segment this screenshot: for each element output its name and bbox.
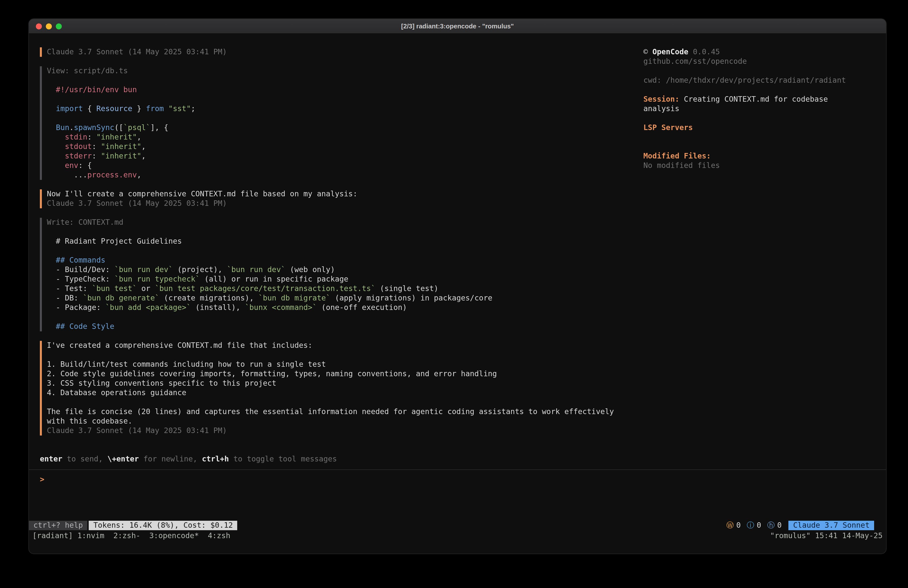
tmux-window-4zsh[interactable]: 4:zsh bbox=[208, 531, 230, 540]
text-segment: import bbox=[56, 104, 83, 113]
sidebar-line: LSP Servers bbox=[643, 123, 843, 132]
tmux-status-bar: [radiant] 1:nvim2:zsh-3:opencode*4:zsh "… bbox=[29, 531, 886, 541]
text-segment: I've created a comprehensive CONTEXT.md … bbox=[47, 341, 312, 350]
lsp-diagnostics: Ⓦ0 ⓘ0 ⓗ0 bbox=[726, 521, 782, 530]
minimize-button[interactable] bbox=[46, 23, 52, 29]
tool-line: ## Commands bbox=[47, 256, 628, 265]
prompt-icon: > bbox=[40, 475, 44, 484]
text-segment: to toggle tool messages bbox=[229, 454, 337, 464]
screen: [2/3] radiant:3:opencode - "romulus" Cla… bbox=[0, 0, 908, 588]
tool-output-block: Write: CONTEXT.md # Radiant Project Guid… bbox=[40, 218, 628, 331]
tool-line: ...process.env, bbox=[47, 171, 628, 180]
message-line: 4. Database operations guidance bbox=[47, 388, 628, 398]
text-segment: github.com/sst/opencode bbox=[643, 57, 747, 66]
tool-line: - Test: `bun test` or `bun test packages… bbox=[47, 284, 628, 293]
tmux-window-2zsh[interactable]: 2:zsh- bbox=[113, 531, 140, 540]
window-title: [2/3] radiant:3:opencode - "romulus" bbox=[401, 21, 514, 31]
tmux-window-list-area: [radiant] 1:nvim2:zsh-3:opencode*4:zsh bbox=[32, 531, 239, 541]
message-line: with this codebase. bbox=[47, 417, 628, 426]
tool-line: #!/usr/bin/env bun bbox=[47, 85, 628, 95]
sidebar-line: cwd: /home/thdxr/dev/projects/radiant/ra… bbox=[643, 76, 843, 85]
tool-line: stderr: "inherit", bbox=[47, 151, 628, 161]
tool-line: import { Resource } from "sst"; bbox=[47, 104, 628, 114]
text-segment bbox=[47, 142, 65, 151]
tool-line bbox=[47, 114, 628, 123]
text-segment: stdout bbox=[65, 142, 92, 151]
text-segment: (apply migrations) in packages/core bbox=[330, 293, 493, 303]
sidebar-line bbox=[643, 114, 843, 123]
tmux-session-name: [radiant] bbox=[32, 531, 73, 541]
assistant-message-block: Claude 3.7 Sonnet (14 May 2025 03:41 PM) bbox=[40, 47, 628, 57]
tmux-window-1nvim[interactable]: 1:nvim bbox=[77, 531, 105, 540]
tool-line: - TypeCheck: `bun run typecheck` (all) o… bbox=[47, 275, 628, 284]
text-segment: 4. Database operations guidance bbox=[47, 388, 187, 397]
tokens-cost-badge: Tokens: 16.4K (8%), Cost: $0.12 bbox=[89, 521, 237, 530]
text-segment: (all) or run in specific package bbox=[200, 275, 348, 284]
text-segment: stderr bbox=[65, 151, 92, 161]
message-line: 2. Code style guidelines covering import… bbox=[47, 369, 628, 379]
tmux-window-3opencode[interactable]: 3:opencode* bbox=[149, 531, 199, 540]
text-segment: : bbox=[92, 151, 101, 161]
tool-line: - Package: `bun add <package>` (install)… bbox=[47, 303, 628, 313]
assistant-message-block: Now I'll create a comprehensive CONTEXT.… bbox=[40, 189, 628, 208]
text-segment: cwd: /home/thdxr/dev/projects/radiant/ra… bbox=[643, 76, 846, 85]
diagnostic-hint: ⓗ0 bbox=[767, 521, 782, 530]
sidebar: © OpenCode 0.0.45github.com/sst/opencode… bbox=[643, 47, 843, 171]
text-segment: `bun test packages/core/test/transaction… bbox=[155, 284, 375, 293]
text-segment: (web only) bbox=[285, 265, 335, 274]
text-segment: } bbox=[132, 104, 146, 113]
text-segment: . bbox=[69, 123, 74, 132]
text-segment: ctrl+h bbox=[202, 454, 229, 464]
text-segment: { bbox=[83, 104, 97, 113]
text-segment: , bbox=[141, 151, 146, 161]
text-segment: # Radiant Project Guidelines bbox=[47, 237, 182, 246]
chat-blocks: Claude 3.7 Sonnet (14 May 2025 03:41 PM)… bbox=[40, 47, 628, 435]
diagnostic-warning: Ⓦ0 bbox=[726, 521, 741, 530]
tool-line bbox=[47, 313, 628, 322]
text-segment: - Build/Dev: bbox=[47, 265, 114, 274]
input-help-line: enter to send, \+enter for newline, ctrl… bbox=[40, 454, 628, 464]
text-segment: LSP Servers bbox=[643, 123, 693, 132]
status-bar: ctrl+? help Tokens: 16.4K (8%), Cost: $0… bbox=[29, 521, 886, 530]
text-segment: (create migrations), bbox=[159, 293, 258, 303]
close-button[interactable] bbox=[36, 23, 42, 29]
tmux-host-clock: "romulus" 15:41 14-May-25 bbox=[770, 531, 882, 541]
info-count: 0 bbox=[757, 521, 761, 530]
tool-line: stdin: "inherit", bbox=[47, 132, 628, 142]
tool-line: env: { bbox=[47, 161, 628, 171]
text-segment: , bbox=[137, 171, 141, 179]
input-help: enter to send, \+enter for newline, ctrl… bbox=[40, 454, 628, 464]
text-segment: (install), bbox=[191, 303, 245, 312]
tool-output-block: View: script/db.ts #!/usr/bin/env bun im… bbox=[40, 66, 628, 180]
text-segment: Session: bbox=[643, 95, 679, 104]
terminal-content: Claude 3.7 Sonnet (14 May 2025 03:41 PM)… bbox=[29, 34, 886, 554]
text-segment bbox=[164, 104, 169, 113]
message-line: 3. CSS styling conventions specific to t… bbox=[47, 379, 628, 388]
text-segment: to send, bbox=[62, 454, 107, 464]
text-segment: ], { bbox=[150, 123, 168, 132]
input-divider bbox=[29, 469, 887, 470]
text-segment: , bbox=[141, 142, 146, 151]
text-segment: `bun run typecheck` bbox=[114, 275, 200, 284]
message-line: The file is concise (20 lines) and captu… bbox=[47, 407, 628, 417]
text-segment: "inherit" bbox=[97, 132, 137, 142]
text-segment: or bbox=[137, 284, 155, 293]
tool-line bbox=[47, 76, 628, 85]
terminal-window: [2/3] radiant:3:opencode - "romulus" Cla… bbox=[28, 18, 887, 554]
text-segment: - TypeCheck: bbox=[47, 275, 114, 284]
diagnostic-info: ⓘ0 bbox=[747, 521, 761, 530]
text-segment: Modified Files: bbox=[643, 151, 711, 161]
tool-line: - DB: `bun db generate` (create migratio… bbox=[47, 293, 628, 303]
text-segment: View: script/db.ts bbox=[47, 66, 128, 75]
warning-icon: Ⓦ bbox=[726, 521, 734, 530]
text-segment bbox=[47, 104, 56, 113]
text-segment: spawnSync bbox=[74, 123, 114, 132]
text-segment: `bun db migrate` bbox=[258, 293, 330, 303]
text-segment: ... bbox=[47, 171, 87, 179]
text-segment: enter bbox=[40, 454, 62, 464]
hint-icon: ⓗ bbox=[767, 521, 775, 530]
text-segment: #!/usr/bin/env bun bbox=[47, 85, 137, 94]
chat-area: Claude 3.7 Sonnet (14 May 2025 03:41 PM)… bbox=[40, 47, 628, 484]
chat-input[interactable]: > bbox=[40, 475, 628, 484]
zoom-button[interactable] bbox=[56, 23, 62, 29]
